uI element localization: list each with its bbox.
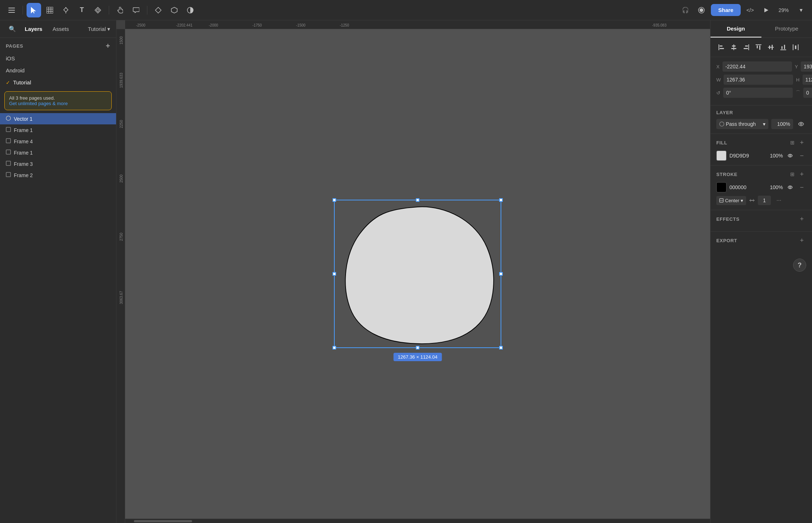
export-section: Export + <box>710 232 812 253</box>
panel-tabs: 🔍 Layers Assets Tutorial ▾ <box>0 20 116 38</box>
alignment-row <box>710 38 812 57</box>
svg-rect-40 <box>781 46 783 49</box>
layer-item-frame4[interactable]: Frame 4 <box>0 136 116 147</box>
layer-item-vector1[interactable]: Vector 1 <box>0 113 116 124</box>
layer-item-frame3[interactable]: Frame 3 <box>0 158 116 169</box>
menu-button[interactable] <box>4 3 19 17</box>
stroke-settings-row: Center ▾ ··· <box>716 195 806 205</box>
ruler-vertical: 1500 1939.633 2250 2500 2750 3063.67 <box>116 29 125 523</box>
svg-rect-37 <box>769 45 770 49</box>
stroke-weight-input[interactable] <box>758 196 771 205</box>
x-input[interactable] <box>723 61 792 72</box>
half-circle-button[interactable] <box>183 3 198 17</box>
add-export-button[interactable]: + <box>797 236 806 245</box>
svg-rect-1 <box>8 10 15 11</box>
ruler-v-mark: 2750 <box>119 233 123 241</box>
assets-icon-button[interactable] <box>151 3 166 17</box>
tab-layers[interactable]: Layers <box>20 24 47 34</box>
ruler-v-mark: 2500 <box>119 175 123 183</box>
ruler-mark: -2000 <box>209 23 218 27</box>
record-button[interactable] <box>695 4 708 17</box>
mask-icon-button[interactable] <box>167 3 182 17</box>
play-button[interactable] <box>760 4 773 17</box>
add-fill-button[interactable]: + <box>797 138 806 147</box>
share-button[interactable]: Share <box>711 4 741 16</box>
corner-radius-icon: ⌒ <box>796 89 800 96</box>
vector-shape[interactable] <box>334 200 501 348</box>
code-button[interactable]: </> <box>744 4 757 17</box>
rotation-input[interactable] <box>723 88 793 98</box>
layer-item-frame2[interactable]: Frame 2 <box>0 169 116 181</box>
pages-section-header: Pages + <box>0 38 116 52</box>
stroke-color-swatch[interactable] <box>716 182 727 192</box>
text-tool-icon: T <box>80 6 84 14</box>
page-item-tutorial[interactable]: ✓ Tutorial <box>0 76 116 88</box>
layer-blend-section: Layer Pass through ▾ <box>710 105 812 134</box>
svg-rect-0 <box>8 8 15 8</box>
blend-mode-select[interactable]: Pass through ▾ <box>716 119 768 129</box>
select-tool-button[interactable] <box>27 3 41 17</box>
align-right-button[interactable] <box>741 42 751 52</box>
fill-grid-icon[interactable]: ⊞ <box>789 139 796 146</box>
page-item-ios[interactable]: iOS <box>0 52 116 64</box>
search-icon[interactable]: 🔍 <box>6 25 19 32</box>
tab-tutorial[interactable]: Tutorial ▾ <box>88 26 110 32</box>
svg-point-47 <box>800 123 802 125</box>
y-input[interactable] <box>801 61 812 72</box>
align-center-h-button[interactable] <box>729 42 739 52</box>
headphone-button[interactable]: 🎧 <box>679 4 692 17</box>
align-left-button[interactable] <box>716 42 727 52</box>
tab-assets[interactable]: Assets <box>48 24 73 34</box>
comment-tool-button[interactable] <box>129 3 143 17</box>
text-tool-button[interactable]: T <box>75 3 89 17</box>
stroke-grid-icon[interactable]: ⊞ <box>789 171 796 178</box>
visibility-toggle[interactable] <box>796 119 806 129</box>
remove-stroke-button[interactable]: − <box>797 183 806 192</box>
add-page-button[interactable]: + <box>106 42 110 49</box>
scrollbar-horizontal[interactable] <box>125 519 710 523</box>
align-bottom-button[interactable] <box>778 42 788 52</box>
h-input[interactable] <box>803 75 812 85</box>
component-tool-button[interactable] <box>91 3 105 17</box>
align-top-button[interactable] <box>753 42 764 52</box>
svg-point-18 <box>6 116 11 120</box>
pen-tool-button[interactable] <box>59 3 73 17</box>
canvas-content[interactable]: 1267.36 × 1124.04 <box>125 29 710 519</box>
svg-rect-36 <box>768 47 774 48</box>
corner-radius-input[interactable] <box>803 88 812 98</box>
frame-tool-button[interactable] <box>43 3 57 17</box>
page-item-android[interactable]: Android <box>0 64 116 76</box>
add-stroke-button[interactable]: + <box>797 170 806 179</box>
scrollbar-thumb[interactable] <box>134 520 192 522</box>
help-button[interactable]: ? <box>793 259 806 272</box>
distribute-h-button[interactable] <box>791 42 801 52</box>
canvas-area[interactable]: -2500 -2202.441 -2000 -1750 -1500 -1250 … <box>116 20 710 523</box>
effects-header: Effects + <box>716 215 806 223</box>
upgrade-link[interactable]: Get unlimited pages & more <box>9 101 107 106</box>
tab-prototype[interactable]: Prototype <box>761 20 812 37</box>
layer-item-frame1b[interactable]: Frame 1 <box>0 147 116 158</box>
stroke-more-options-button[interactable]: ··· <box>774 195 784 205</box>
export-header: Export + <box>716 236 806 245</box>
layer-item-frame1a[interactable]: Frame 1 <box>0 124 116 136</box>
svg-rect-29 <box>731 48 736 49</box>
svg-marker-10 <box>95 7 101 13</box>
tab-design[interactable]: Design <box>710 20 761 37</box>
w-input[interactable] <box>724 75 793 85</box>
stroke-visibility-toggle[interactable] <box>786 183 795 192</box>
add-effect-button[interactable]: + <box>797 215 806 223</box>
wh-row: W H <box>716 75 806 85</box>
hand-tool-button[interactable] <box>113 3 127 17</box>
shape-dimension-label: 1267.36 × 1124.04 <box>394 353 442 361</box>
fill-visibility-toggle[interactable] <box>786 151 795 160</box>
fill-color-swatch[interactable] <box>716 151 727 161</box>
ruler-mark: -2500 <box>136 23 146 27</box>
opacity-input[interactable] <box>771 119 793 129</box>
effects-section: Effects + <box>710 210 812 232</box>
svg-rect-26 <box>720 48 724 49</box>
zoom-dropdown-button[interactable]: ▾ <box>795 4 808 17</box>
align-center-v-button[interactable] <box>766 42 776 52</box>
stroke-align-select[interactable]: Center ▾ <box>716 196 746 205</box>
svg-rect-32 <box>744 48 748 49</box>
remove-fill-button[interactable]: − <box>797 151 806 160</box>
